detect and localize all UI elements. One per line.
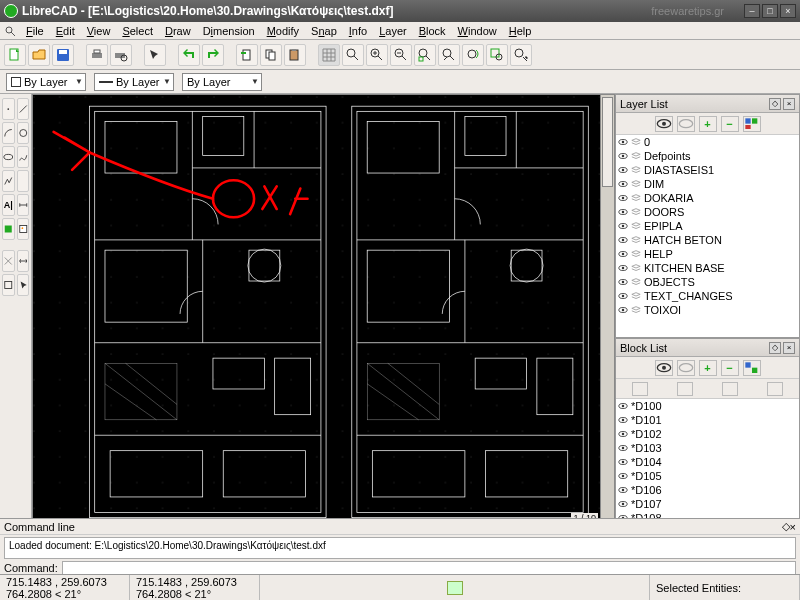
- layer-stack-icon[interactable]: [631, 151, 641, 161]
- menu-modify[interactable]: Modify: [261, 24, 305, 38]
- image-tool[interactable]: [17, 218, 30, 240]
- layer-stack-icon[interactable]: [631, 137, 641, 147]
- layer-row[interactable]: TEXT_CHANGES: [616, 289, 799, 303]
- text-tool[interactable]: A|: [2, 194, 15, 216]
- menu-edit[interactable]: Edit: [50, 24, 81, 38]
- layer-stack-icon[interactable]: [631, 305, 641, 315]
- mouse-widget-icon[interactable]: [447, 581, 463, 595]
- linetype-combo[interactable]: By Layer ▼: [182, 73, 262, 91]
- cmdline-close-button[interactable]: ×: [790, 521, 796, 533]
- command-input[interactable]: [62, 561, 796, 575]
- eye-icon[interactable]: [618, 235, 628, 245]
- block-close-button[interactable]: ×: [783, 342, 795, 354]
- block-row[interactable]: *D100: [616, 399, 799, 413]
- vertical-scrollbar[interactable]: [600, 95, 614, 525]
- layer-row[interactable]: DOORS: [616, 205, 799, 219]
- layer-stack-icon[interactable]: [631, 291, 641, 301]
- eye-icon[interactable]: [618, 443, 628, 453]
- layer-edit-button[interactable]: [743, 116, 761, 132]
- layer-stack-icon[interactable]: [631, 179, 641, 189]
- layer-stack-icon[interactable]: [631, 263, 641, 273]
- paste-button[interactable]: [284, 44, 306, 66]
- spline-tool[interactable]: [17, 146, 30, 168]
- circle-tool[interactable]: [17, 122, 30, 144]
- eye-icon[interactable]: [618, 193, 628, 203]
- eye-icon[interactable]: [618, 151, 628, 161]
- zoom-window-button[interactable]: [486, 44, 508, 66]
- block-tool[interactable]: [2, 274, 15, 296]
- modify-tool[interactable]: [2, 250, 15, 272]
- zoom-pan-button[interactable]: [510, 44, 532, 66]
- ellipse-tool[interactable]: [2, 146, 15, 168]
- redo-button[interactable]: [202, 44, 224, 66]
- layer-add-button[interactable]: +: [699, 116, 717, 132]
- block-row[interactable]: *D101: [616, 413, 799, 427]
- menu-file[interactable]: File: [20, 24, 50, 38]
- eye-icon[interactable]: [618, 415, 628, 425]
- layer-stack-icon[interactable]: [631, 277, 641, 287]
- menu-view[interactable]: View: [81, 24, 117, 38]
- zoom-redraw-button[interactable]: [462, 44, 484, 66]
- layer-showall-button[interactable]: [655, 116, 673, 132]
- zoom-prev-button[interactable]: [438, 44, 460, 66]
- layer-row[interactable]: HATCH BETON: [616, 233, 799, 247]
- layer-row[interactable]: DOKARIA: [616, 191, 799, 205]
- eye-icon[interactable]: [618, 165, 628, 175]
- save-button[interactable]: [52, 44, 74, 66]
- layer-row[interactable]: DIM: [616, 177, 799, 191]
- block-row[interactable]: *D104: [616, 455, 799, 469]
- point-tool[interactable]: [2, 98, 15, 120]
- layer-hideall-button[interactable]: [677, 116, 695, 132]
- block-create-button[interactable]: [767, 382, 783, 396]
- eye-icon[interactable]: [618, 207, 628, 217]
- menu-dimension[interactable]: Dimension: [197, 24, 261, 38]
- layer-stack-icon[interactable]: [631, 207, 641, 217]
- width-combo[interactable]: By Layer ▼: [94, 73, 174, 91]
- info-tool[interactable]: [17, 250, 30, 272]
- eye-icon[interactable]: [618, 401, 628, 411]
- line-tool[interactable]: [17, 98, 30, 120]
- layer-stack-icon[interactable]: [631, 235, 641, 245]
- eye-icon[interactable]: [618, 137, 628, 147]
- panel-undock-button[interactable]: ◇: [769, 98, 781, 110]
- zoom-auto-button[interactable]: [414, 44, 436, 66]
- menu-layer[interactable]: Layer: [373, 24, 413, 38]
- arc-tool[interactable]: [2, 122, 15, 144]
- eye-icon[interactable]: [618, 471, 628, 481]
- block-row[interactable]: *D105: [616, 469, 799, 483]
- menu-select[interactable]: Select: [116, 24, 159, 38]
- eye-icon[interactable]: [618, 457, 628, 467]
- minimize-button[interactable]: –: [744, 4, 760, 18]
- layer-row[interactable]: Defpoints: [616, 149, 799, 163]
- layer-stack-icon[interactable]: [631, 249, 641, 259]
- block-row[interactable]: *D103: [616, 441, 799, 455]
- color-combo[interactable]: By Layer ▼: [6, 73, 86, 91]
- block-edit-button[interactable]: [677, 382, 693, 396]
- eye-icon[interactable]: [618, 485, 628, 495]
- layer-row[interactable]: TOIXOI: [616, 303, 799, 317]
- block-row[interactable]: *D106: [616, 483, 799, 497]
- zoom-out-button[interactable]: [390, 44, 412, 66]
- print-preview-button[interactable]: [110, 44, 132, 66]
- dimension-tool[interactable]: [17, 194, 30, 216]
- open-button[interactable]: [28, 44, 50, 66]
- pointer-button[interactable]: [144, 44, 166, 66]
- menu-window[interactable]: Window: [452, 24, 503, 38]
- grid-button[interactable]: [318, 44, 340, 66]
- undo-button[interactable]: [178, 44, 200, 66]
- block-row[interactable]: *D107: [616, 497, 799, 511]
- layer-row[interactable]: DIASTASEIS1: [616, 163, 799, 177]
- cut-button[interactable]: [236, 44, 258, 66]
- zoom-in-button[interactable]: [366, 44, 388, 66]
- panel-close-button[interactable]: ×: [783, 98, 795, 110]
- menu-block[interactable]: Block: [413, 24, 452, 38]
- layer-row[interactable]: EPIPLA: [616, 219, 799, 233]
- eye-icon[interactable]: [618, 305, 628, 315]
- layer-list[interactable]: 0DefpointsDIASTASEIS1DIMDOKARIADOORSEPIP…: [616, 135, 799, 337]
- copy-button[interactable]: [260, 44, 282, 66]
- menu-help[interactable]: Help: [503, 24, 538, 38]
- eye-icon[interactable]: [618, 179, 628, 189]
- menu-snap[interactable]: Snap: [305, 24, 343, 38]
- eye-icon[interactable]: [618, 263, 628, 273]
- eye-icon[interactable]: [618, 221, 628, 231]
